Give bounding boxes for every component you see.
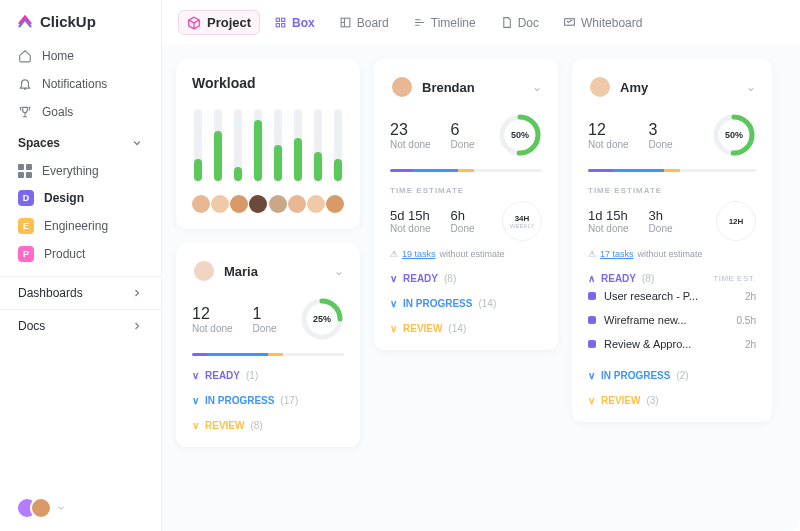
avatar[interactable] <box>192 195 210 213</box>
trophy-icon <box>18 105 32 119</box>
box-view-icon <box>274 16 287 29</box>
task-status-icon <box>588 292 596 300</box>
progress-donut: 50% <box>712 113 756 157</box>
avatar[interactable] <box>30 497 52 519</box>
sidebar: ClickUp Home Notifications Goals Spaces … <box>0 0 162 531</box>
view-doc[interactable]: Doc <box>490 12 549 34</box>
person-card-maria: Maria⌄ 12Not done 1Done 25% ∨READY(1) ∨I… <box>176 243 360 447</box>
workload-chart <box>192 109 344 187</box>
task-status-icon <box>588 340 596 348</box>
project-chip[interactable]: Project <box>178 10 260 35</box>
progress-donut: 25% <box>300 297 344 341</box>
dashboards-section[interactable]: Dashboards <box>0 276 161 309</box>
status-ready[interactable]: ∨READY(1) <box>192 370 344 381</box>
avatar[interactable] <box>211 195 229 213</box>
avatar <box>390 75 414 99</box>
docs-section[interactable]: Docs <box>0 309 161 342</box>
time-estimate-label: TIME ESTIMATE <box>390 186 542 195</box>
space-engineering[interactable]: EEngineering <box>0 212 161 240</box>
topbar: Project Box Board Timeline Doc Whiteboar… <box>162 0 800 45</box>
svg-rect-1 <box>282 18 285 21</box>
status-ready[interactable]: ∧READY(8) <box>588 273 654 284</box>
avatar[interactable] <box>230 195 248 213</box>
status-review[interactable]: ∨REVIEW(3) <box>588 395 756 406</box>
person-card-amy: Amy⌄ 12Not done 3Done 50% TIME ESTIMATE … <box>572 59 772 422</box>
workload-title: Workload <box>192 75 344 91</box>
nav-home[interactable]: Home <box>0 42 161 70</box>
avatar[interactable] <box>269 195 287 213</box>
task-row[interactable]: User research - P...2h <box>588 284 756 308</box>
chevron-right-icon <box>131 287 143 299</box>
status-review[interactable]: ∨REVIEW(14) <box>390 323 542 334</box>
avatar[interactable] <box>307 195 325 213</box>
everything-item[interactable]: Everything <box>0 158 161 184</box>
time-est-heading: TIME EST. <box>713 274 756 283</box>
doc-icon <box>500 16 513 29</box>
chevron-right-icon <box>131 320 143 332</box>
timeline-icon <box>413 16 426 29</box>
task-row[interactable]: Review & Appro...2h <box>588 332 756 356</box>
home-icon <box>18 49 32 63</box>
svg-text:50%: 50% <box>511 130 529 140</box>
tasks-without-estimate-link[interactable]: 19 tasks <box>402 249 436 259</box>
svg-rect-3 <box>282 24 285 27</box>
progress-donut: 50% <box>498 113 542 157</box>
grid-icon <box>18 164 32 178</box>
avatar <box>588 75 612 99</box>
whiteboard-icon <box>563 16 576 29</box>
svg-rect-2 <box>276 24 279 27</box>
status-ready[interactable]: ∨READY(8) <box>390 273 542 284</box>
main: Project Box Board Timeline Doc Whiteboar… <box>162 0 800 531</box>
capacity-badge: 34HWEEKLY <box>502 201 542 241</box>
nav-goals[interactable]: Goals <box>0 98 161 126</box>
time-estimate-label: TIME ESTIMATE <box>588 186 756 195</box>
task-status-icon <box>588 316 596 324</box>
logo[interactable]: ClickUp <box>0 0 161 42</box>
sidebar-footer <box>0 485 161 531</box>
expand-icon[interactable]: ⌄ <box>532 80 542 94</box>
view-whiteboard[interactable]: Whiteboard <box>553 12 652 34</box>
person-name: Brendan <box>422 80 475 95</box>
person-card-brendan: Brendan⌄ 23Not done 6Done 50% TIME ESTIM… <box>374 59 558 350</box>
svg-rect-0 <box>276 18 279 21</box>
capacity-badge: 12H <box>716 201 756 241</box>
avatar[interactable] <box>249 195 267 213</box>
spaces-heading[interactable]: Spaces <box>0 126 161 158</box>
task-row[interactable]: Wireframe new...0.5h <box>588 308 756 332</box>
person-name: Amy <box>620 80 648 95</box>
space-design[interactable]: DDesign <box>0 184 161 212</box>
tasks-without-estimate-link[interactable]: 17 tasks <box>600 249 634 259</box>
cube-icon <box>187 16 201 30</box>
view-box[interactable]: Box <box>264 12 325 34</box>
status-in-progress[interactable]: ∨IN PROGRESS(2) <box>588 370 756 381</box>
view-timeline[interactable]: Timeline <box>403 12 486 34</box>
svg-text:25%: 25% <box>313 314 331 324</box>
bell-icon <box>18 77 32 91</box>
status-in-progress[interactable]: ∨IN PROGRESS(14) <box>390 298 542 309</box>
avatar[interactable] <box>288 195 306 213</box>
status-in-progress[interactable]: ∨IN PROGRESS(17) <box>192 395 344 406</box>
workload-card: Workload <box>176 59 360 229</box>
expand-icon[interactable]: ⌄ <box>746 80 756 94</box>
svg-text:50%: 50% <box>725 130 743 140</box>
avatar[interactable] <box>326 195 344 213</box>
space-product[interactable]: PProduct <box>0 240 161 268</box>
chevron-down-icon[interactable] <box>56 503 66 513</box>
view-board[interactable]: Board <box>329 12 399 34</box>
person-name: Maria <box>224 264 258 279</box>
board-icon <box>339 16 352 29</box>
expand-icon[interactable]: ⌄ <box>334 264 344 278</box>
estimate-note: ⚠ 17 tasks without estimate <box>588 249 756 259</box>
nav-notifications[interactable]: Notifications <box>0 70 161 98</box>
estimate-note: ⚠ 19 tasks without estimate <box>390 249 542 259</box>
chevron-down-icon <box>131 137 143 149</box>
avatar <box>192 259 216 283</box>
status-review[interactable]: ∨REVIEW(8) <box>192 420 344 431</box>
clickup-logo-icon <box>16 12 34 30</box>
